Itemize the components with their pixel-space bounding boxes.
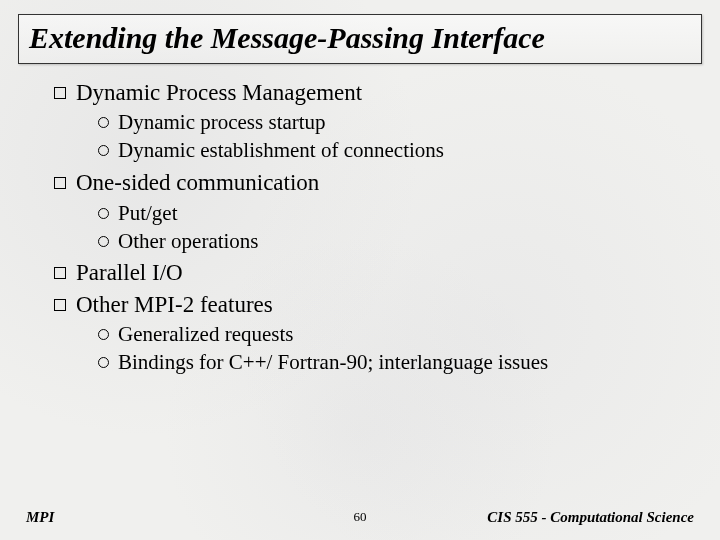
sublist-item: Other operations — [98, 228, 690, 255]
footer: MPI 60 CIS 555 - Computational Science — [0, 509, 720, 526]
circle-bullet-icon — [98, 208, 109, 219]
sublist-item: Dynamic process startup — [98, 109, 690, 136]
footer-right: CIS 555 - Computational Science — [487, 509, 694, 526]
square-bullet-icon — [54, 177, 66, 189]
list-item-label: One-sided communication — [76, 168, 319, 197]
list-item: One-sided communication — [54, 168, 690, 197]
circle-bullet-icon — [98, 236, 109, 247]
sublist-item: Dynamic establishment of connections — [98, 137, 690, 164]
circle-bullet-icon — [98, 357, 109, 368]
square-bullet-icon — [54, 299, 66, 311]
title-box: Extending the Message-Passing Interface — [18, 14, 702, 64]
sublist-item: Generalized requests — [98, 321, 690, 348]
circle-bullet-icon — [98, 117, 109, 128]
sublist: Dynamic process startup Dynamic establis… — [54, 109, 690, 164]
sublist-item: Put/get — [98, 200, 690, 227]
content-area: Dynamic Process Management Dynamic proce… — [0, 64, 720, 376]
sublist-item-label: Other operations — [118, 228, 259, 255]
list-item: Dynamic Process Management — [54, 78, 690, 107]
sublist-item-label: Generalized requests — [118, 321, 294, 348]
sublist-item-label: Dynamic establishment of connections — [118, 137, 444, 164]
sublist: Generalized requests Bindings for C++/ F… — [54, 321, 690, 376]
sublist-item-label: Bindings for C++/ Fortran-90; interlangu… — [118, 349, 548, 376]
slide-title: Extending the Message-Passing Interface — [29, 21, 691, 55]
list-item-label: Other MPI-2 features — [76, 290, 273, 319]
list-item-label: Parallel I/O — [76, 258, 183, 287]
square-bullet-icon — [54, 267, 66, 279]
sublist-item: Bindings for C++/ Fortran-90; interlangu… — [98, 349, 690, 376]
square-bullet-icon — [54, 87, 66, 99]
sublist: Put/get Other operations — [54, 200, 690, 255]
list-item: Parallel I/O — [54, 258, 690, 287]
footer-left: MPI — [26, 509, 54, 526]
sublist-item-label: Put/get — [118, 200, 178, 227]
list-item: Other MPI-2 features — [54, 290, 690, 319]
sublist-item-label: Dynamic process startup — [118, 109, 326, 136]
slide-number: 60 — [354, 509, 367, 525]
circle-bullet-icon — [98, 329, 109, 340]
circle-bullet-icon — [98, 145, 109, 156]
list-item-label: Dynamic Process Management — [76, 78, 362, 107]
